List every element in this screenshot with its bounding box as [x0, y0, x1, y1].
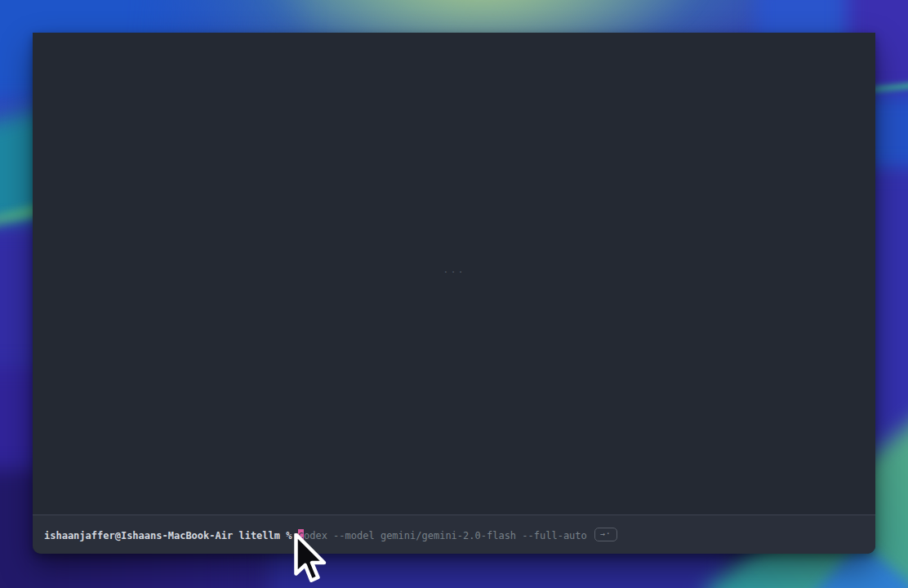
prompt-symbol: %	[286, 530, 292, 541]
terminal-prompt-line[interactable]: ishaanjaffer@Ishaans-MacBook-Airlitellm%…	[44, 528, 617, 541]
desktop: ... ishaanjaffer@Ishaans-MacBook-Airlite…	[0, 0, 908, 588]
terminal-window[interactable]: ... ishaanjaffer@Ishaans-MacBook-Airlite…	[33, 33, 875, 554]
autosuggestion-text: odex --model gemini/gemini-2.0-flash --f…	[304, 530, 587, 541]
loading-ellipsis: ...	[443, 264, 465, 275]
terminal-divider	[33, 514, 875, 515]
terminal-output-area: ...	[33, 33, 875, 515]
prompt-directory: litellm	[238, 530, 280, 541]
accept-suggestion-hint: →·	[594, 528, 617, 541]
accept-suggestion-hint-label: →·	[600, 529, 612, 538]
prompt-user-host: ishaanjaffer@Ishaans-MacBook-Air	[44, 530, 233, 541]
mouse-cursor	[292, 533, 327, 582]
